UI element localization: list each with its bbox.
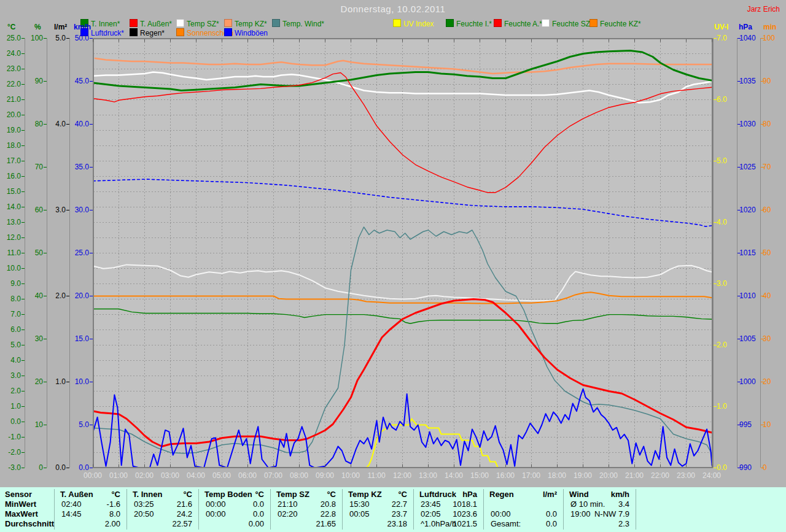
axis-tick bbox=[21, 452, 25, 453]
axis-header-hpa: hPa bbox=[739, 23, 752, 31]
table-divider bbox=[54, 489, 55, 530]
table-measure-value: 1021.5 bbox=[419, 519, 477, 528]
axis-tick-label: 45.0 bbox=[71, 78, 89, 85]
legend-label: UV Index bbox=[403, 20, 434, 28]
axis-tick-label: 30 bbox=[26, 336, 43, 342]
table-measure-value: 20.8 bbox=[276, 499, 336, 509]
axis-tick bbox=[66, 38, 69, 39]
table-measure-value: 0.0 bbox=[489, 519, 557, 528]
axis-tick bbox=[44, 425, 47, 425]
axis-tick-label: -2.0 bbox=[1, 449, 21, 456]
legend-label: Regen* bbox=[140, 29, 165, 37]
axis-tick bbox=[21, 330, 25, 330]
time-tick-label: 06:00 bbox=[234, 471, 261, 480]
axis-tick-label: 90 bbox=[26, 78, 43, 85]
axis-tick bbox=[714, 161, 717, 161]
axis-tick bbox=[21, 314, 25, 315]
axis-tick-label: 5.0 bbox=[49, 35, 66, 42]
table-measure-value: 2.3 bbox=[569, 519, 629, 528]
axis-tick bbox=[714, 99, 717, 100]
table-measure-value: 23.7 bbox=[348, 509, 407, 519]
axis-tick bbox=[66, 296, 69, 296]
axis-tick bbox=[66, 468, 69, 468]
axis-tick-label: 990 bbox=[739, 465, 760, 471]
legend-item-regen-: Regen* bbox=[130, 28, 165, 36]
axis-header-pct: % bbox=[34, 23, 41, 31]
axis-tick-label: 1010 bbox=[739, 293, 760, 299]
axis-tick bbox=[761, 81, 764, 82]
legend-item-windb-en: Windböen bbox=[224, 28, 268, 36]
time-tick-label: 24:00 bbox=[698, 471, 725, 480]
axis-tick-label: 0 bbox=[763, 465, 781, 471]
axis-tick bbox=[21, 69, 25, 69]
legend-item-temp-sz-: Temp SZ* bbox=[176, 19, 219, 27]
legend-label: Feuchte I.* bbox=[456, 20, 492, 28]
weather-app-window: Donnerstag, 10.02.2011 Jarz Erich T. Inn… bbox=[0, 0, 786, 532]
axis-tick-label: 21.0 bbox=[1, 96, 21, 103]
table-measure-value: 21.65 bbox=[276, 519, 336, 528]
axis-tick bbox=[737, 81, 741, 82]
legend-swatch-icon bbox=[130, 28, 138, 36]
time-tick-label: 12:00 bbox=[389, 471, 416, 480]
time-tick-label: 08:00 bbox=[286, 471, 313, 480]
legend-label: Feuchte SZ* bbox=[552, 20, 593, 28]
axis-tick bbox=[66, 382, 69, 382]
axis-tick-label: 35.0 bbox=[71, 164, 89, 171]
axis-tick bbox=[737, 210, 741, 210]
axis-tick bbox=[714, 468, 717, 468]
axis-tick-label: 60 bbox=[763, 207, 781, 214]
axis-tick bbox=[44, 296, 47, 296]
axis-line-c bbox=[25, 38, 25, 468]
axis-tick bbox=[21, 99, 25, 100]
axis-tick-label: 0.0 bbox=[71, 465, 89, 471]
table-divider bbox=[413, 489, 414, 530]
axis-tick bbox=[21, 299, 25, 299]
legend-item-feuchte-sz-: Feuchte SZ* bbox=[542, 19, 593, 27]
axis-tick-label: 11.0 bbox=[1, 250, 21, 256]
table-divider bbox=[483, 489, 484, 530]
table-sensor-unit: °C bbox=[348, 490, 407, 499]
axis-tick-label: 4.0 bbox=[717, 219, 735, 226]
axis-line-lm2 bbox=[69, 38, 70, 468]
axis-tick-label: 17.0 bbox=[1, 158, 21, 164]
axis-tick bbox=[761, 38, 764, 39]
axis-tick bbox=[21, 391, 25, 391]
axis-tick-label: 1035 bbox=[739, 78, 760, 85]
table-divider bbox=[563, 489, 564, 530]
chart-plot-area[interactable] bbox=[93, 38, 713, 468]
table-divider bbox=[270, 489, 271, 530]
axis-tick bbox=[737, 425, 741, 425]
axis-tick bbox=[714, 283, 717, 284]
axis-tick bbox=[714, 406, 717, 407]
table-measure-value: 0.0 bbox=[204, 499, 264, 509]
axis-tick bbox=[21, 406, 25, 407]
axis-tick bbox=[21, 268, 25, 269]
axis-tick-label: 7.0 bbox=[1, 311, 21, 318]
axis-tick bbox=[21, 422, 25, 422]
axis-tick-label: 24.0 bbox=[1, 50, 21, 57]
axis-tick-label: 30 bbox=[763, 336, 781, 342]
axis-tick-label: 4.0 bbox=[1, 357, 21, 364]
table-measure-value: 3.4 bbox=[569, 499, 629, 509]
time-tick-label: 20:00 bbox=[595, 471, 622, 480]
axis-tick bbox=[761, 296, 764, 296]
axis-tick bbox=[761, 382, 764, 382]
axis-tick-label: 40.0 bbox=[71, 121, 89, 128]
legend-swatch-icon bbox=[224, 19, 232, 27]
axis-tick-label: 1.0 bbox=[1, 403, 21, 410]
axis-tick bbox=[761, 339, 764, 339]
station-owner: Jarz Erich bbox=[747, 5, 780, 13]
axis-tick-label: 10 bbox=[26, 422, 43, 428]
legend-swatch-icon bbox=[446, 19, 454, 27]
table-measure-value: 1018.1 bbox=[419, 499, 477, 509]
table-row-label: MaxWert bbox=[5, 509, 53, 519]
axis-header-c: °C bbox=[7, 23, 15, 31]
axis-tick-label: 5.0 bbox=[71, 422, 89, 428]
axis-tick-label: 20 bbox=[763, 379, 781, 385]
time-tick-label: 00:00 bbox=[79, 471, 106, 480]
time-tick-label: 17:00 bbox=[518, 471, 545, 480]
axis-tick bbox=[737, 253, 741, 253]
axis-tick-label: 20.0 bbox=[71, 293, 89, 299]
axis-tick bbox=[44, 124, 47, 125]
axis-tick-label: 30.0 bbox=[71, 207, 89, 214]
